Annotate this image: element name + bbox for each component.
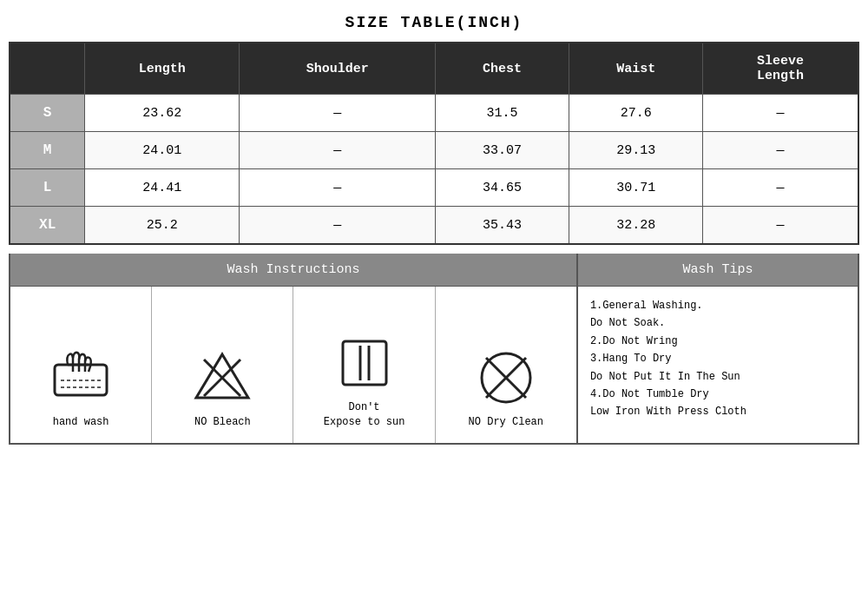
cell-sleeve: — [703,132,858,169]
cell-length: 25.2 [85,207,240,245]
cell-shoulder: — [240,95,436,132]
header-sleeve: SleeveLength [703,43,858,95]
cell-size: M [10,132,85,169]
no-dry-clean-cell: NO Dry Clean [436,287,576,443]
cell-chest: 35.43 [436,207,569,245]
wash-header-row: Wash Instructions Wash Tips [10,254,858,287]
wash-tip-line: Do Not Put It In The Sun [590,368,845,386]
cell-chest: 34.65 [436,169,569,207]
hand-wash-cell: hand wash [10,287,152,443]
cell-sleeve: — [703,95,858,132]
wash-section: Wash Instructions Wash Tips [9,254,859,445]
header-size [10,43,85,95]
no-bleach-icon [192,347,253,408]
wash-content-row: hand wash NO Bleach [10,287,858,443]
cell-shoulder: — [240,207,436,245]
cell-shoulder: — [240,132,436,169]
wash-icons-area: hand wash NO Bleach [10,287,578,443]
wash-tip-line: 1.General Washing. [590,297,845,314]
cell-waist: 29.13 [569,132,703,169]
no-bleach-label: NO Bleach [194,415,251,430]
no-sun-cell: Don'tExpose to sun [293,287,435,443]
table-row: XL 25.2 — 35.43 32.28 — [10,207,858,245]
wash-tip-line: 3.Hang To Dry [590,350,845,367]
cell-length: 23.62 [85,95,240,132]
cell-waist: 32.28 [569,207,703,245]
no-dry-clean-icon [476,347,536,408]
wash-instructions-header: Wash Instructions [10,254,578,286]
cell-shoulder: — [240,169,436,207]
wash-tip-line: 2.Do Not Wring [590,333,845,350]
svg-rect-6 [343,341,386,385]
header-length: Length [85,43,240,95]
wash-tip-line: 4.Do Not Tumble Dry [590,386,845,403]
table-row: L 24.41 — 34.65 30.71 — [10,169,858,207]
no-bleach-cell: NO Bleach [152,287,293,443]
cell-sleeve: — [703,169,858,207]
cell-chest: 33.07 [436,132,569,169]
no-sun-icon [334,333,395,393]
hand-wash-label: hand wash [53,415,109,430]
wash-tip-line: Low Iron With Press Cloth [590,403,845,420]
cell-waist: 27.6 [569,95,703,132]
no-dry-clean-label: NO Dry Clean [469,415,543,430]
header-chest: Chest [436,43,569,95]
header-waist: Waist [569,43,703,95]
size-table: Length Shoulder Chest Waist SleeveLength… [9,42,859,245]
hand-wash-icon [50,347,111,408]
header-shoulder: Shoulder [240,43,436,95]
cell-chest: 31.5 [436,95,569,132]
cell-size: L [10,169,85,207]
cell-waist: 30.71 [569,169,703,207]
cell-size: XL [10,207,85,245]
wash-tips-header: Wash Tips [578,254,858,286]
cell-sleeve: — [703,207,858,245]
wash-tip-line: Do Not Soak. [590,314,845,332]
cell-size: S [10,95,85,132]
cell-length: 24.01 [85,132,240,169]
wash-tips-area: 1.General Washing. Do Not Soak.2.Do Not … [578,287,858,443]
no-sun-label: Don'tExpose to sun [324,400,405,430]
page-title: SIZE TABLE(INCH) [9,9,859,36]
table-row: S 23.62 — 31.5 27.6 — [10,95,858,132]
cell-length: 24.41 [85,169,240,207]
main-container: SIZE TABLE(INCH) Length Shoulder Chest W… [9,9,859,445]
table-row: M 24.01 — 33.07 29.13 — [10,132,858,169]
